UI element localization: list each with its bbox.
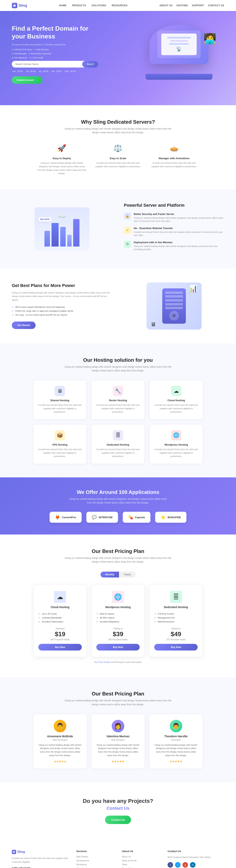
server-power-icon: ⚙ bbox=[169, 311, 179, 320]
footer-logo: Sling bbox=[12, 850, 69, 854]
resler-hosting-title: Resler Hosting bbox=[96, 399, 140, 402]
twitter-icon[interactable]: t bbox=[175, 862, 181, 868]
feature-desc-1: Using our market-leading design with sho… bbox=[134, 216, 224, 223]
bonafide-label: BONAFIDE bbox=[167, 516, 181, 519]
nav-resources[interactable]: Resources bbox=[112, 4, 128, 7]
get-started-button[interactable]: Get Started bbox=[12, 321, 35, 329]
nav-home[interactable]: Home bbox=[59, 4, 67, 7]
why-icon-3: 🥧 bbox=[168, 142, 180, 154]
pricing-note-suffix: and Pricing for more information bbox=[111, 661, 142, 663]
hero-feature-1: ●Unlimited Disk Space bbox=[12, 49, 32, 51]
domain-search-button[interactable]: Search bbox=[82, 61, 98, 67]
pricing-wordpress-feature-1: Built for Speed bbox=[96, 612, 140, 616]
testimonial-role-2: Web Designer bbox=[96, 739, 140, 741]
footer-about-2[interactable]: News & Events bbox=[122, 859, 160, 862]
footer-about-1[interactable]: About Us bbox=[122, 856, 160, 858]
pricing-wordpress-icon: 🌐 bbox=[112, 591, 124, 603]
cta-button[interactable]: Contact Us bbox=[105, 815, 131, 824]
footer-top: Sling A small rout named Fixitco fixes t… bbox=[12, 850, 224, 868]
footer-about-title: About Us bbox=[122, 850, 160, 853]
testimonial-stars-3: ★★★★★ bbox=[154, 760, 198, 763]
powerful-feature-1: 🔒 Better Security and Faster Server Usin… bbox=[124, 213, 224, 223]
testimonial-text-2: Using our market-leading design with sho… bbox=[96, 743, 140, 757]
hero-search-bar: Search bbox=[12, 61, 98, 67]
capsule-icon: 💊 bbox=[128, 515, 133, 520]
server-graphic: 📊 ⚙ 🖥 bbox=[147, 282, 202, 330]
footer-service-2[interactable]: Development bbox=[76, 859, 114, 862]
footer-service-4[interactable]: Other Hosting bbox=[76, 867, 114, 868]
nav-contact[interactable]: Contact Us bbox=[208, 4, 224, 7]
hero-feature-2: ●Daily Backups bbox=[34, 49, 49, 51]
cloud-hosting-title: Cloud Hosting bbox=[155, 399, 198, 402]
powerful-feature-3: ⏱ Deployment with in few Minutes Using o… bbox=[124, 241, 224, 251]
pricing-cloud-price: $19 bbox=[38, 630, 82, 638]
hosting-card-resler: 🔧 Resler Hosting A small rout named Fixi… bbox=[91, 380, 145, 419]
hero-laptop-base bbox=[146, 74, 212, 80]
pricing-note-link[interactable]: See Plan Details bbox=[95, 661, 110, 663]
hosting-title: Our Hosting solution for you bbox=[12, 357, 224, 363]
pricing-section: Our Best Pricing Plan Using our market-l… bbox=[0, 534, 236, 677]
hero-prices: .com - $0.99 .net - $0.99 .org - $0.99 .… bbox=[12, 70, 98, 72]
footer-service-1[interactable]: Web Design bbox=[76, 856, 114, 858]
testimonial-text-1: Using our market-leading design with sho… bbox=[38, 743, 82, 757]
domain-search-input[interactable] bbox=[12, 61, 82, 67]
shared-hosting-title: Shared Hosting bbox=[38, 399, 81, 402]
pricing-wordpress-users: 300 Thousand Installs bbox=[96, 639, 140, 641]
plans-section: Get Best Plans for More Power Using our … bbox=[0, 269, 236, 343]
building-3 bbox=[60, 227, 66, 247]
nav-about[interactable]: About Us bbox=[159, 4, 173, 7]
plans-desc: Using our market-leading design with sho… bbox=[12, 291, 112, 302]
hero-cloud-shape: 📡 bbox=[150, 25, 208, 64]
toggle-yearly-button[interactable]: Yearly bbox=[119, 571, 135, 578]
pricing-card-wordpress: 🌐 Wordpress Hosting Built for Speed 99.9… bbox=[91, 585, 145, 657]
building-1 bbox=[45, 231, 50, 247]
footer-about-4[interactable]: Plan of History bbox=[122, 867, 160, 868]
nav-support[interactable]: Support bbox=[192, 4, 204, 7]
footer-logo-icon bbox=[12, 850, 16, 854]
googleplus-icon[interactable]: g bbox=[183, 862, 188, 868]
wordpress-hosting-desc: A small rout named Fixitco fixes the sta… bbox=[155, 448, 198, 458]
why-subtitle: Using our market-leading design with sho… bbox=[63, 127, 173, 134]
feature-desc-2: A small rout named Fixitco fixes the sta… bbox=[134, 230, 224, 237]
server-slot-4 bbox=[165, 303, 183, 305]
nav-solutions[interactable]: Solutions bbox=[91, 4, 106, 7]
testimonials-section: Our Best Pricing Plan Using our market-l… bbox=[0, 677, 236, 782]
convertfox-label: ConvertFox bbox=[62, 516, 76, 519]
app-logo-bonafide: ⭐ BONAFIDE bbox=[155, 512, 186, 523]
nav-products[interactable]: Products bbox=[72, 4, 86, 7]
capsule-label: Capsule bbox=[135, 516, 145, 519]
building-5 bbox=[73, 219, 79, 247]
pricing-dedicated-buy-button[interactable]: Buy Now bbox=[154, 644, 198, 651]
facebook-icon[interactable]: f bbox=[167, 862, 173, 868]
pricing-dedicated-feature-1: Full Root Control bbox=[154, 612, 198, 616]
pricing-card-dedicated: 🗄 Dedicated Hosting Full Root Control Ma… bbox=[149, 585, 203, 657]
plans-bullet-1: We've been support Wordpress since the b… bbox=[12, 305, 112, 309]
server-monitor-icon: 🖥 bbox=[151, 321, 156, 328]
testimonials-title: Our Best Pricing Plan bbox=[12, 691, 224, 697]
server-box: ⚙ bbox=[162, 288, 186, 324]
footer-service-3[interactable]: Wordpress bbox=[76, 863, 114, 866]
nav-hosting[interactable]: Hosting bbox=[177, 4, 188, 7]
pricing-wordpress-buy-button[interactable]: Buy Now bbox=[96, 644, 140, 651]
footer-about-3[interactable]: Team bbox=[122, 863, 160, 866]
pricing-cloud-buy-button[interactable]: Buy Now bbox=[38, 644, 82, 651]
hero-cta-button[interactable]: Create Account → bbox=[12, 76, 43, 84]
pricing-cloud-icon: ☁ bbox=[54, 591, 66, 603]
building-2 bbox=[52, 223, 59, 247]
hosting-grid: 🖥 Shared Hosting A small rout named Fixi… bbox=[33, 380, 203, 464]
pricing-dedicated-feature-3: Multi Dimensions bbox=[154, 620, 198, 624]
apps-logos: 🦊 ConvertFox 💬 INTERCOM 💊 Capsule ⭐ BONA… bbox=[12, 512, 224, 523]
toggle-monthly-button[interactable]: Monthly bbox=[101, 571, 119, 578]
hero-subtitle: It's easy to locate new domains or Trans… bbox=[12, 43, 98, 46]
wordpress-hosting-icon: 🌐 bbox=[171, 430, 181, 440]
bonafide-icon: ⭐ bbox=[161, 515, 165, 520]
pricing-cloud-feature-3: Excellent Optimization bbox=[38, 620, 82, 624]
resler-hosting-icon: 🔧 bbox=[113, 386, 123, 396]
linkedin-icon[interactable]: in bbox=[190, 862, 195, 868]
why-card-2: ⚖️ Easy to Scale A small rout named Fixi… bbox=[94, 142, 142, 175]
navigation: Sling Home Products Solutions Resources … bbox=[0, 0, 236, 11]
testimonial-stars-1: ★★★★★ bbox=[38, 760, 82, 763]
hero-person: 🧑‍💻 bbox=[204, 33, 216, 44]
feature-text-1: Better Security and Faster Server Using … bbox=[134, 213, 224, 223]
pricing-wordpress-feature-2: 99.99% Uptime bbox=[96, 616, 140, 620]
